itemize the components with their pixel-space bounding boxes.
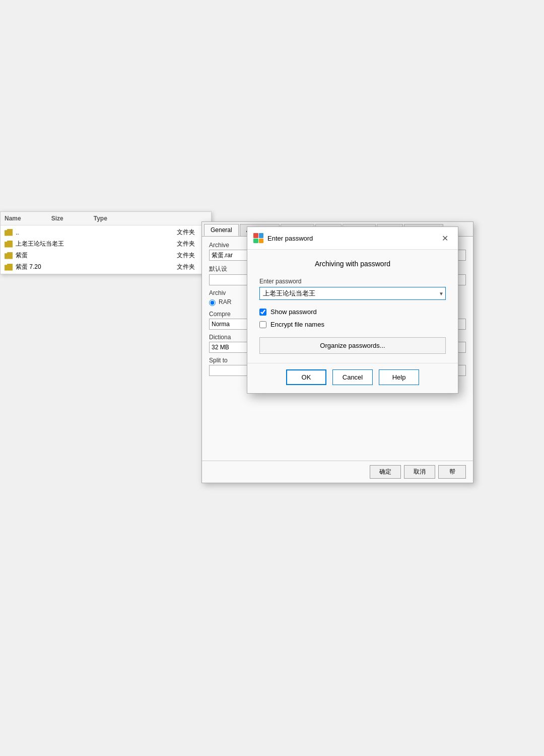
list-item[interactable]: 上老王论坛当老王 文件夹 (1, 238, 211, 250)
folder-icon (5, 241, 13, 248)
format-rar-radio[interactable] (209, 299, 216, 306)
show-password-row: Show password (259, 308, 446, 316)
ok-button[interactable]: OK (286, 369, 326, 385)
winrar-icon-q2 (259, 233, 264, 238)
column-type: Type (94, 215, 107, 222)
cancel-button[interactable]: Cancel (332, 369, 373, 385)
password-input[interactable] (259, 287, 446, 300)
titlebar-left: Enter password (253, 233, 313, 243)
list-item[interactable]: .. 文件夹 (1, 226, 211, 238)
file-name: 上老王论坛当老王 (16, 240, 141, 248)
column-name: Name (5, 215, 21, 222)
dialog-title: Enter password (267, 235, 313, 242)
list-item[interactable]: 紫蛋 7.20 文件夹 (1, 261, 211, 273)
winrar-icon-q3 (253, 239, 258, 244)
encrypt-filenames-checkbox[interactable] (259, 321, 266, 328)
file-name: .. (16, 229, 141, 236)
password-dialog-titlebar: Enter password ✕ (247, 227, 458, 250)
archive-help-button[interactable]: 帮 (438, 465, 466, 479)
file-name: 紫蛋 7.20 (16, 263, 141, 271)
list-item[interactable]: 紫蛋 文件夹 (1, 250, 211, 261)
winrar-icon (253, 233, 263, 243)
encrypt-filenames-label[interactable]: Encrypt file names (270, 321, 324, 328)
folder-icon (5, 229, 13, 236)
winrar-icon-q1 (253, 233, 258, 238)
organize-passwords-button[interactable]: Organize passwords... (259, 337, 446, 354)
file-name: 紫蛋 (16, 251, 141, 260)
archive-bottom: 确定 取消 帮 (202, 461, 473, 483)
tab-general[interactable]: General (204, 224, 239, 236)
password-dialog-body: Archiving with password Enter password ▼… (247, 250, 458, 363)
password-input-wrapper: ▼ (259, 287, 446, 300)
file-manager-header: Name Size Type (1, 212, 211, 225)
archive-cancel-button[interactable]: 取消 (404, 465, 435, 479)
file-manager: Name Size Type .. 文件夹 上老王论坛当老王 文件夹 紫蛋 文件… (0, 211, 212, 274)
folder-icon (5, 264, 13, 271)
file-list: .. 文件夹 上老王论坛当老王 文件夹 紫蛋 文件夹 紫蛋 7.20 文件夹 (1, 225, 211, 274)
dialog-buttons: OK Cancel Help (247, 363, 458, 393)
archive-ok-button[interactable]: 确定 (370, 465, 401, 479)
folder-icon (5, 252, 13, 259)
password-dialog: Enter password ✕ Archiving with password… (247, 226, 458, 394)
format-rar-label: RAR (219, 298, 231, 306)
show-password-label[interactable]: Show password (270, 308, 317, 316)
show-password-checkbox[interactable] (259, 309, 266, 316)
help-button[interactable]: Help (379, 369, 419, 385)
encrypt-filenames-row: Encrypt file names (259, 321, 446, 328)
column-size: Size (51, 215, 63, 222)
close-button[interactable]: ✕ (438, 231, 452, 245)
winrar-icon-q4 (259, 239, 264, 244)
dialog-subtitle: Archiving with password (259, 260, 446, 268)
enter-password-label: Enter password (259, 278, 446, 285)
